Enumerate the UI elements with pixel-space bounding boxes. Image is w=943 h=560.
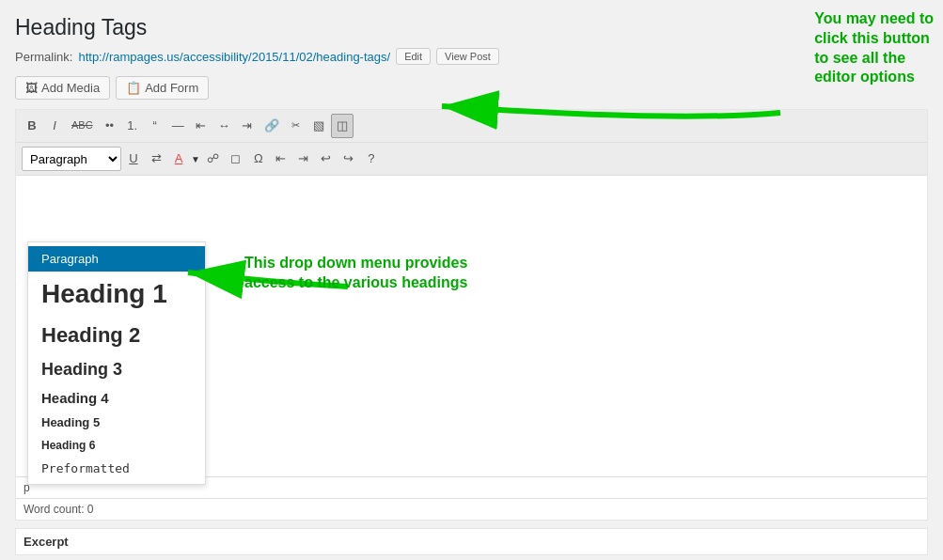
paste-text-button[interactable]: ☍ <box>202 148 224 170</box>
add-form-label: Add Form <box>145 81 198 95</box>
remove-link-button[interactable]: ✂ <box>286 116 306 135</box>
text-color-button[interactable]: A <box>168 148 189 170</box>
add-media-icon: 🖼 <box>25 81 38 95</box>
align-center-button[interactable]: ↔ <box>213 115 235 137</box>
dropdown-item-pre[interactable]: Preformatted <box>28 457 205 480</box>
strikethrough-button[interactable]: ABC <box>67 116 98 135</box>
undo-button[interactable]: ↩ <box>316 148 337 170</box>
indent-button[interactable]: ⇥ <box>293 148 314 170</box>
toggle-toolbar-button[interactable]: ◫ <box>331 114 354 138</box>
ordered-list-button[interactable]: 1. <box>122 115 143 137</box>
dropdown-item-h3[interactable]: Heading 3 <box>28 354 205 385</box>
dropdown-item-h1[interactable]: Heading 1 <box>28 272 205 317</box>
dropdown-item-h5[interactable]: Heading 5 <box>28 411 205 434</box>
color-dropdown-icon: ▼ <box>191 154 200 164</box>
dropdown-item-h6[interactable]: Heading 6 <box>28 434 205 457</box>
page-title: Heading Tags <box>15 15 928 40</box>
clear-format-button[interactable]: ◻ <box>226 148 246 170</box>
blockquote-button[interactable]: “ <box>145 115 165 137</box>
media-toolbar: 🖼 Add Media 📋 Add Form <box>15 76 928 100</box>
bold-button[interactable]: B <box>22 115 42 137</box>
special-char-button[interactable]: Ω <box>248 148 269 170</box>
excerpt-bar: Excerpt <box>15 528 928 555</box>
editor-toolbar-row2: Paragraph Heading 1 Heading 2 Heading 3 … <box>16 143 927 176</box>
permalink-url[interactable]: http://rampages.us/accessibility/2015/11… <box>78 50 390 64</box>
annotation-top-text: You may need toclick this buttonto see a… <box>814 9 934 87</box>
add-media-button[interactable]: 🖼 Add Media <box>15 76 110 100</box>
add-media-label: Add Media <box>41 81 100 95</box>
outdent-button[interactable]: ⇤ <box>271 148 291 170</box>
edit-button[interactable]: Edit <box>396 48 431 65</box>
format-select[interactable]: Paragraph Heading 1 Heading 2 Heading 3 … <box>22 147 121 171</box>
view-post-button[interactable]: View Post <box>436 48 499 65</box>
unordered-list-button[interactable]: •• <box>100 115 120 137</box>
dropdown-item-paragraph[interactable]: Paragraph <box>28 246 205 272</box>
word-count-value: 0 <box>87 503 94 516</box>
insert-more-button[interactable]: ▧ <box>308 115 329 137</box>
dropdown-item-h4[interactable]: Heading 4 <box>28 385 205 411</box>
underline-button[interactable]: U <box>123 148 144 170</box>
help-button[interactable]: ? <box>361 148 382 170</box>
justify-button[interactable]: ⇄ <box>146 148 166 170</box>
add-form-icon: 📋 <box>126 81 141 95</box>
editor-wrapper: B I ABC •• 1. “ — ⇤ ↔ ⇥ 🔗 ✂ ▧ ◫ Paragrap… <box>15 109 928 521</box>
word-count-bar: Word count: 0 <box>16 498 927 520</box>
page-wrapper: Heading Tags Permalink: http://rampages.… <box>0 0 943 560</box>
add-form-button[interactable]: 📋 Add Form <box>116 76 209 100</box>
annotation-middle-text: This drop down menu providesaccess to th… <box>244 254 467 293</box>
align-left-button[interactable]: ⇤ <box>191 115 212 137</box>
align-right-button[interactable]: ⇥ <box>237 115 258 137</box>
permalink-bar: Permalink: http://rampages.us/accessibil… <box>15 48 928 65</box>
permalink-label: Permalink: <box>15 50 72 64</box>
italic-button[interactable]: I <box>44 115 65 137</box>
format-dropdown[interactable]: Paragraph Heading 1 Heading 2 Heading 3 … <box>27 241 206 485</box>
dropdown-item-h2[interactable]: Heading 2 <box>28 317 205 354</box>
insert-link-button[interactable]: 🔗 <box>259 115 284 137</box>
excerpt-label: Excerpt <box>24 535 69 549</box>
editor-content[interactable]: Paragraph Heading 1 Heading 2 Heading 3 … <box>16 176 927 476</box>
word-count-label: Word count: <box>24 503 84 516</box>
horizontal-rule-button[interactable]: — <box>167 115 189 137</box>
redo-button[interactable]: ↪ <box>338 148 359 170</box>
editor-toolbar-row1: B I ABC •• 1. “ — ⇤ ↔ ⇥ 🔗 ✂ ▧ ◫ <box>16 110 927 143</box>
